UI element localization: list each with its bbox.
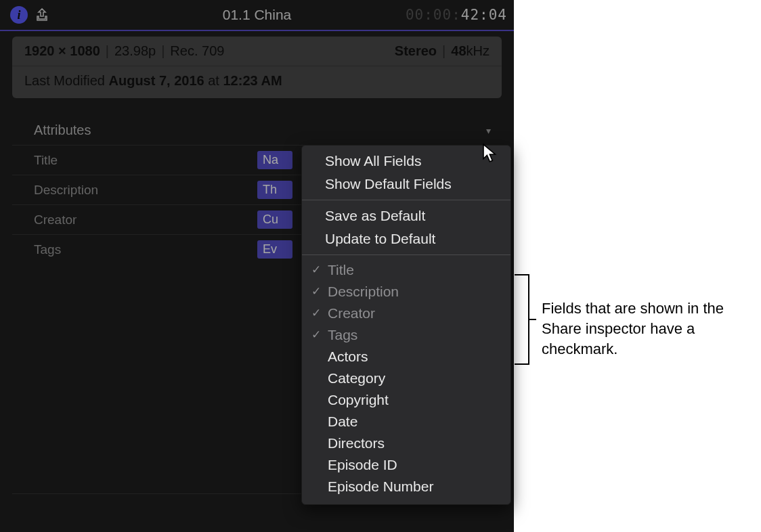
timecode: 00:00:42:04 (406, 7, 507, 23)
audio-channels-value: Stereo (395, 43, 437, 59)
menu-field-label: Directors (328, 433, 385, 453)
inspector-panel: i 01.1 China 00:00:42:04 1920 × 1080 | 2… (0, 0, 514, 532)
menu-field-toggle[interactable]: ✓Creator (302, 303, 510, 324)
colorspace-value: Rec. 709 (170, 43, 224, 59)
menu-item[interactable]: Update to Default (302, 227, 510, 250)
menu-field-toggle[interactable]: Directors (302, 433, 510, 454)
chevron-down-icon[interactable]: ▾ (486, 125, 491, 136)
audio-rate-unit: kHz (466, 43, 490, 59)
accent-divider (0, 30, 514, 31)
menu-field-label: Title (328, 260, 354, 280)
last-modified-date: August 7, 2016 (109, 73, 204, 88)
menu-field-label: Episode ID (328, 455, 397, 475)
media-info-box: 1920 × 1080 | 23.98p | Rec. 709 Stereo |… (12, 37, 502, 98)
attribute-label: Creator (34, 213, 257, 227)
last-modified-prefix: Last Modified (24, 73, 109, 88)
checkmark-icon: ✓ (310, 260, 322, 280)
resolution-value: 1920 × 1080 (24, 43, 100, 59)
attribute-label: Title (34, 153, 257, 168)
checkmark-icon: ✓ (310, 325, 322, 345)
menu-field-label: Creator (328, 303, 375, 324)
menu-field-toggle[interactable]: ✓Title (302, 259, 510, 281)
menu-field-label: Description (328, 282, 399, 302)
menu-field-toggle[interactable]: ✓Description (302, 281, 510, 303)
attribute-value[interactable]: Th (257, 181, 292, 199)
checkmark-icon: ✓ (310, 282, 322, 302)
last-modified-at: at (204, 73, 223, 88)
info-icon: i (10, 6, 28, 24)
menu-divider (302, 200, 510, 200)
attribute-value[interactable]: Na (257, 151, 292, 169)
share-tab[interactable] (32, 5, 51, 24)
menu-field-toggle[interactable]: Copyright (302, 389, 510, 411)
callout-text: Fields that are shown in the Share inspe… (542, 298, 738, 359)
attribute-label: Description (34, 183, 257, 198)
menu-field-label: Category (328, 368, 385, 389)
info-tab[interactable]: i (9, 5, 28, 24)
timecode-hours: 00:00: (406, 7, 461, 23)
last-modified-time: 12:23 AM (223, 73, 282, 88)
attributes-fields-menu[interactable]: Show All FieldsShow Default Fields Save … (301, 145, 511, 505)
menu-divider (302, 254, 510, 255)
framerate-value: 23.98p (114, 43, 156, 59)
menu-field-label: Episode Number (328, 476, 433, 497)
menu-field-toggle[interactable]: ✓Tags (302, 324, 510, 346)
menu-field-toggle[interactable]: Episode ID (302, 454, 510, 476)
share-icon (34, 7, 50, 23)
menu-field-label: Copyright (328, 390, 389, 410)
menu-field-toggle[interactable]: Actors (302, 346, 510, 368)
menu-field-toggle[interactable]: Episode Number (302, 476, 510, 497)
attributes-header[interactable]: Attributes ▾ (12, 117, 502, 145)
audio-rate-value: 48 (451, 43, 466, 59)
menu-field-label: Actors (328, 347, 368, 367)
inspector-topbar: i 01.1 China 00:00:42:04 (0, 0, 514, 30)
media-format-row: 1920 × 1080 | 23.98p | Rec. 709 Stereo |… (12, 37, 502, 66)
attribute-label: Tags (34, 242, 257, 257)
callout-bracket (515, 274, 529, 365)
menu-field-toggle[interactable]: Category (302, 368, 510, 389)
callout-bracket-stem (529, 319, 536, 320)
attribute-value[interactable]: Cu (257, 210, 292, 229)
menu-field-label: Tags (328, 325, 357, 345)
last-modified-row: Last Modified August 7, 2016 at 12:23 AM (12, 66, 502, 98)
menu-item[interactable]: Show All Fields (302, 150, 510, 173)
menu-item[interactable]: Save as Default (302, 204, 510, 227)
timecode-seconds: 42:04 (461, 7, 507, 23)
menu-field-toggle[interactable]: Date (302, 411, 510, 433)
menu-item[interactable]: Show Default Fields (302, 173, 510, 196)
attribute-value[interactable]: Ev (257, 240, 292, 259)
attributes-heading-label: Attributes (34, 123, 91, 138)
checkmark-icon: ✓ (310, 303, 322, 324)
menu-field-label: Date (328, 412, 357, 432)
